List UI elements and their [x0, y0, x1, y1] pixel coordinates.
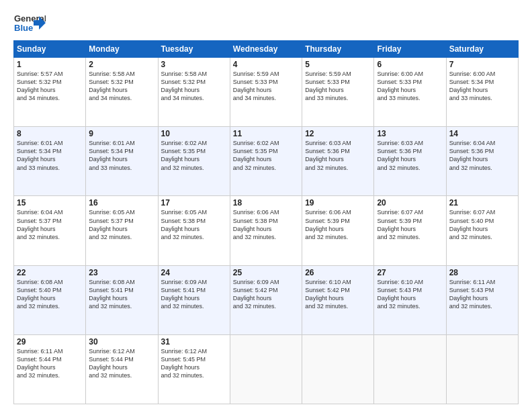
day-info: Sunrise: 6:05 AM Sunset: 5:38 PM Dayligh…: [161, 208, 227, 241]
day-info: Sunrise: 6:01 AM Sunset: 5:34 PM Dayligh…: [89, 139, 154, 172]
weekday-header-tuesday: Tuesday: [158, 41, 230, 58]
page: General Blue SundayMondayTuesdayWednesda…: [0, 0, 532, 411]
calendar-cell: 1 Sunrise: 5:57 AM Sunset: 5:32 PM Dayli…: [14, 58, 86, 127]
calendar-cell: [302, 334, 374, 404]
header: General Blue: [13, 11, 519, 35]
day-number: 27: [377, 268, 443, 277]
day-info: Sunrise: 6:12 AM Sunset: 5:44 PM Dayligh…: [89, 347, 154, 380]
day-number: 6: [377, 60, 443, 69]
calendar-week-3: 15 Sunrise: 6:04 AM Sunset: 5:37 PM Dayl…: [14, 196, 519, 265]
day-number: 8: [17, 129, 83, 138]
day-number: 31: [161, 337, 227, 347]
day-number: 1: [17, 60, 83, 69]
day-number: 20: [377, 198, 443, 208]
calendar-cell: 19 Sunrise: 6:06 AM Sunset: 5:39 PM Dayl…: [302, 196, 374, 265]
calendar-cell: 22 Sunrise: 6:08 AM Sunset: 5:40 PM Dayl…: [14, 265, 86, 334]
calendar-week-2: 8 Sunrise: 6:01 AM Sunset: 5:34 PM Dayli…: [14, 127, 519, 196]
day-info: Sunrise: 6:07 AM Sunset: 5:39 PM Dayligh…: [377, 208, 443, 241]
calendar-cell: 12 Sunrise: 6:03 AM Sunset: 5:36 PM Dayl…: [302, 127, 374, 196]
calendar-cell: 7 Sunrise: 6:00 AM Sunset: 5:34 PM Dayli…: [446, 58, 518, 127]
day-info: Sunrise: 6:09 AM Sunset: 5:41 PM Dayligh…: [161, 278, 227, 311]
day-info: Sunrise: 6:08 AM Sunset: 5:40 PM Dayligh…: [17, 278, 83, 311]
day-number: 24: [161, 268, 227, 277]
day-info: Sunrise: 6:04 AM Sunset: 5:36 PM Dayligh…: [449, 139, 515, 172]
day-info: Sunrise: 5:58 AM Sunset: 5:32 PM Dayligh…: [161, 70, 227, 103]
day-info: Sunrise: 6:10 AM Sunset: 5:43 PM Dayligh…: [377, 278, 443, 311]
day-info: Sunrise: 5:59 AM Sunset: 5:33 PM Dayligh…: [305, 70, 371, 103]
day-info: Sunrise: 6:02 AM Sunset: 5:35 PM Dayligh…: [233, 139, 299, 172]
day-info: Sunrise: 6:00 AM Sunset: 5:34 PM Dayligh…: [449, 70, 515, 103]
calendar-cell: 13 Sunrise: 6:03 AM Sunset: 5:36 PM Dayl…: [374, 127, 446, 196]
calendar-cell: 14 Sunrise: 6:04 AM Sunset: 5:36 PM Dayl…: [446, 127, 518, 196]
calendar-cell: 15 Sunrise: 6:04 AM Sunset: 5:37 PM Dayl…: [14, 196, 86, 265]
calendar-cell: 6 Sunrise: 6:00 AM Sunset: 5:33 PM Dayli…: [374, 58, 446, 127]
calendar-cell: 8 Sunrise: 6:01 AM Sunset: 5:34 PM Dayli…: [14, 127, 86, 196]
weekday-header-sunday: Sunday: [14, 41, 86, 58]
weekday-header-saturday: Saturday: [446, 41, 518, 58]
weekday-header-thursday: Thursday: [302, 41, 374, 58]
day-info: Sunrise: 5:58 AM Sunset: 5:32 PM Dayligh…: [89, 70, 154, 103]
calendar-week-4: 22 Sunrise: 6:08 AM Sunset: 5:40 PM Dayl…: [14, 265, 519, 334]
calendar-week-5: 29 Sunrise: 6:11 AM Sunset: 5:44 PM Dayl…: [14, 334, 519, 404]
calendar-cell: 17 Sunrise: 6:05 AM Sunset: 5:38 PM Dayl…: [158, 196, 230, 265]
weekday-header-wednesday: Wednesday: [230, 41, 302, 58]
day-number: 2: [89, 60, 154, 69]
calendar-cell: 16 Sunrise: 6:05 AM Sunset: 5:37 PM Dayl…: [86, 196, 158, 265]
day-number: 15: [17, 198, 83, 208]
day-info: Sunrise: 6:03 AM Sunset: 5:36 PM Dayligh…: [377, 139, 443, 172]
day-info: Sunrise: 6:08 AM Sunset: 5:41 PM Dayligh…: [89, 278, 154, 311]
calendar-cell: 2 Sunrise: 5:58 AM Sunset: 5:32 PM Dayli…: [86, 58, 158, 127]
day-number: 22: [17, 268, 83, 277]
day-number: 18: [233, 198, 299, 208]
calendar-cell: 31 Sunrise: 6:12 AM Sunset: 5:45 PM Dayl…: [158, 334, 230, 404]
day-info: Sunrise: 6:11 AM Sunset: 5:44 PM Dayligh…: [17, 347, 83, 380]
day-number: 29: [17, 337, 83, 347]
day-number: 28: [449, 268, 515, 277]
calendar-cell: 20 Sunrise: 6:07 AM Sunset: 5:39 PM Dayl…: [374, 196, 446, 265]
calendar-cell: [230, 334, 302, 404]
day-info: Sunrise: 6:02 AM Sunset: 5:35 PM Dayligh…: [161, 139, 227, 172]
day-number: 16: [89, 198, 154, 208]
day-info: Sunrise: 6:07 AM Sunset: 5:40 PM Dayligh…: [449, 208, 515, 241]
day-number: 17: [161, 198, 227, 208]
calendar-cell: 9 Sunrise: 6:01 AM Sunset: 5:34 PM Dayli…: [86, 127, 158, 196]
day-number: 13: [377, 129, 443, 138]
day-number: 21: [449, 198, 515, 208]
logo: General Blue: [13, 11, 46, 35]
calendar-cell: 24 Sunrise: 6:09 AM Sunset: 5:41 PM Dayl…: [158, 265, 230, 334]
day-info: Sunrise: 6:03 AM Sunset: 5:36 PM Dayligh…: [305, 139, 371, 172]
day-info: Sunrise: 5:57 AM Sunset: 5:32 PM Dayligh…: [17, 70, 83, 103]
day-info: Sunrise: 6:11 AM Sunset: 5:43 PM Dayligh…: [449, 278, 515, 311]
day-info: Sunrise: 6:09 AM Sunset: 5:42 PM Dayligh…: [233, 278, 299, 311]
day-number: 5: [305, 60, 371, 69]
calendar-cell: 28 Sunrise: 6:11 AM Sunset: 5:43 PM Dayl…: [446, 265, 518, 334]
day-info: Sunrise: 6:01 AM Sunset: 5:34 PM Dayligh…: [17, 139, 83, 172]
day-number: 12: [305, 129, 371, 138]
calendar-cell: 21 Sunrise: 6:07 AM Sunset: 5:40 PM Dayl…: [446, 196, 518, 265]
day-number: 26: [305, 268, 371, 277]
day-info: Sunrise: 6:06 AM Sunset: 5:39 PM Dayligh…: [305, 208, 371, 241]
day-info: Sunrise: 6:12 AM Sunset: 5:45 PM Dayligh…: [161, 347, 227, 380]
day-number: 30: [89, 337, 154, 347]
day-info: Sunrise: 6:06 AM Sunset: 5:38 PM Dayligh…: [233, 208, 299, 241]
calendar-cell: 3 Sunrise: 5:58 AM Sunset: 5:32 PM Dayli…: [158, 58, 230, 127]
calendar-cell: 29 Sunrise: 6:11 AM Sunset: 5:44 PM Dayl…: [14, 334, 86, 404]
day-number: 10: [161, 129, 227, 138]
day-info: Sunrise: 5:59 AM Sunset: 5:33 PM Dayligh…: [233, 70, 299, 103]
svg-text:Blue: Blue: [14, 23, 33, 33]
day-info: Sunrise: 6:04 AM Sunset: 5:37 PM Dayligh…: [17, 208, 83, 241]
calendar-cell: 27 Sunrise: 6:10 AM Sunset: 5:43 PM Dayl…: [374, 265, 446, 334]
day-number: 11: [233, 129, 299, 138]
calendar-cell: 11 Sunrise: 6:02 AM Sunset: 5:35 PM Dayl…: [230, 127, 302, 196]
weekday-header-friday: Friday: [374, 41, 446, 58]
day-info: Sunrise: 6:00 AM Sunset: 5:33 PM Dayligh…: [377, 70, 443, 103]
day-number: 14: [449, 129, 515, 138]
day-info: Sunrise: 6:10 AM Sunset: 5:42 PM Dayligh…: [305, 278, 371, 311]
calendar-cell: 5 Sunrise: 5:59 AM Sunset: 5:33 PM Dayli…: [302, 58, 374, 127]
calendar-cell: [374, 334, 446, 404]
calendar-cell: 10 Sunrise: 6:02 AM Sunset: 5:35 PM Dayl…: [158, 127, 230, 196]
day-number: 7: [449, 60, 515, 69]
day-info: Sunrise: 6:05 AM Sunset: 5:37 PM Dayligh…: [89, 208, 154, 241]
weekday-header-monday: Monday: [86, 41, 158, 58]
day-number: 4: [233, 60, 299, 69]
